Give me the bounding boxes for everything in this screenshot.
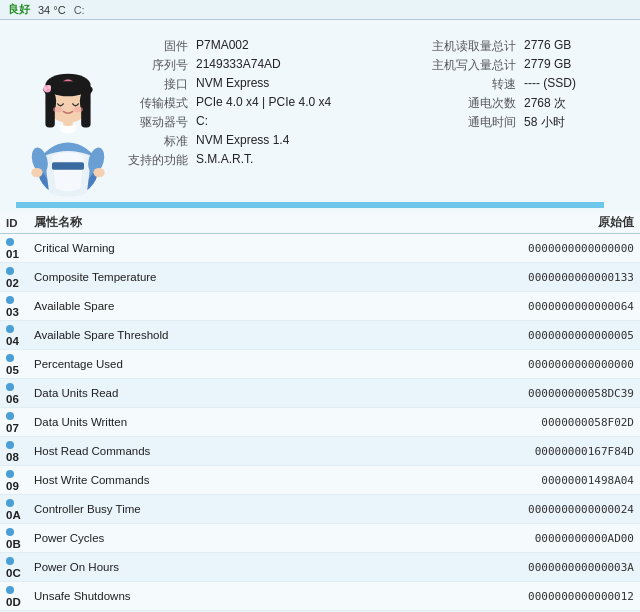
row-dot <box>6 238 14 246</box>
row-id: 02 <box>0 263 28 292</box>
info-value: C: <box>196 114 432 131</box>
row-dot <box>6 528 14 536</box>
row-dot <box>6 383 14 391</box>
device-title <box>0 20 640 34</box>
right-label: 通电次数 <box>432 95 516 112</box>
row-dot <box>6 470 14 478</box>
right-label: 转速 <box>432 76 516 93</box>
row-name: Data Units Written <box>28 408 424 437</box>
row-id: 06 <box>0 379 28 408</box>
row-name: Percentage Used <box>28 350 424 379</box>
row-id: 05 <box>0 350 28 379</box>
info-label: 序列号 <box>128 57 188 74</box>
row-value: 000000000058DC39 <box>424 379 640 408</box>
character-svg <box>13 38 123 198</box>
table-row: 08Host Read Commands00000000167F84D <box>0 437 640 466</box>
row-value: 0000000000000012 <box>424 582 640 611</box>
main-container: 固件P7MA002序列号2149333A74AD接口NVM Express传输模… <box>0 20 640 612</box>
info-section: 固件P7MA002序列号2149333A74AD接口NVM Express传输模… <box>0 34 640 198</box>
info-label: 标准 <box>128 133 188 150</box>
row-value: 00000000000AD00 <box>424 524 640 553</box>
row-id: 03 <box>0 292 28 321</box>
row-dot <box>6 412 14 420</box>
table-row: 02Composite Temperature0000000000000133 <box>0 263 640 292</box>
svg-point-5 <box>31 168 42 177</box>
row-value: 0000000000000000 <box>424 234 640 263</box>
row-value: 0000000000000005 <box>424 321 640 350</box>
top-bar: 良好 34 °C C: <box>0 0 640 20</box>
right-value: 2779 GB <box>524 57 624 74</box>
info-label: 支持的功能 <box>128 152 188 169</box>
row-name: Controller Busy Time <box>28 495 424 524</box>
row-value: 0000000000000133 <box>424 263 640 292</box>
row-value: 00000001498A04 <box>424 466 640 495</box>
table-row: 01Critical Warning0000000000000000 <box>0 234 640 263</box>
info-value: S.M.A.R.T. <box>196 152 432 169</box>
right-value: ---- (SSD) <box>524 76 624 93</box>
health-status <box>16 202 604 208</box>
info-value: NVM Express <box>196 76 432 93</box>
health-bar-section <box>8 202 632 208</box>
smart-table: ID 属性名称 原始值 01Critical Warning0000000000… <box>0 212 640 612</box>
row-value: 0000000000000024 <box>424 495 640 524</box>
info-label: 传输模式 <box>128 95 188 112</box>
row-id: 0D <box>0 582 28 611</box>
info-value: NVM Express 1.4 <box>196 133 432 150</box>
info-table-right: 主机读取量总计2776 GB主机写入量总计2779 GB转速---- (SSD)… <box>432 34 632 198</box>
row-name: Host Read Commands <box>28 437 424 466</box>
table-row: 07Data Units Written0000000058F02D <box>0 408 640 437</box>
table-row: 0AController Busy Time0000000000000024 <box>0 495 640 524</box>
col-name: 属性名称 <box>28 212 424 234</box>
table-row: 0BPower Cycles00000000000AD00 <box>0 524 640 553</box>
table-row: 04Available Spare Threshold0000000000000… <box>0 321 640 350</box>
svg-rect-2 <box>52 162 84 170</box>
row-dot <box>6 325 14 333</box>
info-table-left: 固件P7MA002序列号2149333A74AD接口NVM Express传输模… <box>128 34 432 198</box>
row-name: Power On Hours <box>28 553 424 582</box>
svg-point-6 <box>93 168 104 177</box>
row-id: 0B <box>0 524 28 553</box>
right-label: 主机读取量总计 <box>432 38 516 55</box>
drive-letter: C: <box>74 4 85 16</box>
row-name: Power Cycles <box>28 524 424 553</box>
col-value: 原始值 <box>424 212 640 234</box>
row-dot <box>6 354 14 362</box>
row-dot <box>6 499 14 507</box>
row-value: 0000000058F02D <box>424 408 640 437</box>
info-value: P7MA002 <box>196 38 432 55</box>
right-label: 通电时间 <box>432 114 516 131</box>
row-dot <box>6 441 14 449</box>
table-row: 05Percentage Used0000000000000000 <box>0 350 640 379</box>
table-row: 06Data Units Read000000000058DC39 <box>0 379 640 408</box>
row-name: Available Spare Threshold <box>28 321 424 350</box>
anime-character <box>8 34 128 198</box>
row-name: Unsafe Shutdowns <box>28 582 424 611</box>
row-id: 01 <box>0 234 28 263</box>
table-header-row: ID 属性名称 原始值 <box>0 212 640 234</box>
row-id: 09 <box>0 466 28 495</box>
table-row: 0CPower On Hours000000000000003A <box>0 553 640 582</box>
row-id: 0C <box>0 553 28 582</box>
row-name: Data Units Read <box>28 379 424 408</box>
row-id: 04 <box>0 321 28 350</box>
row-name: Composite Temperature <box>28 263 424 292</box>
row-value: 000000000000003A <box>424 553 640 582</box>
row-id: 07 <box>0 408 28 437</box>
right-value: 58 小时 <box>524 114 624 131</box>
row-value: 0000000000000000 <box>424 350 640 379</box>
svg-point-12 <box>53 107 62 113</box>
table-row: 0DUnsafe Shutdowns0000000000000012 <box>0 582 640 611</box>
row-value: 00000000167F84D <box>424 437 640 466</box>
right-value: 2768 次 <box>524 95 624 112</box>
info-label: 固件 <box>128 38 188 55</box>
row-name: Critical Warning <box>28 234 424 263</box>
info-label: 接口 <box>128 76 188 93</box>
row-id: 0A <box>0 495 28 524</box>
row-value: 0000000000000064 <box>424 292 640 321</box>
info-label: 驱动器号 <box>128 114 188 131</box>
info-value: PCIe 4.0 x4 | PCIe 4.0 x4 <box>196 95 432 112</box>
info-value: 2149333A74AD <box>196 57 432 74</box>
row-name: Available Spare <box>28 292 424 321</box>
right-label: 主机写入量总计 <box>432 57 516 74</box>
svg-point-15 <box>44 87 48 91</box>
